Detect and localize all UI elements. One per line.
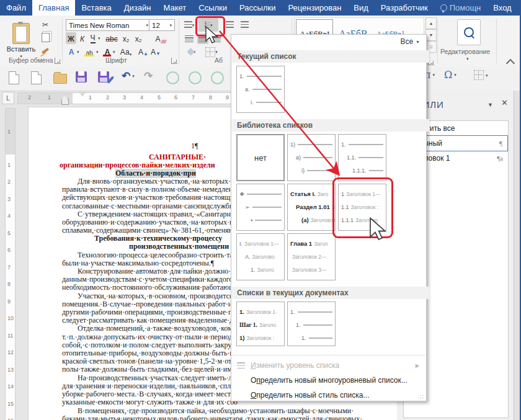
pencil-icon bbox=[107, 76, 114, 84]
new-document-button[interactable] bbox=[9, 71, 19, 84]
change-case-button[interactable]: Аа▾ bbox=[119, 45, 133, 57]
close-icon[interactable]: ✕ bbox=[501, 98, 508, 107]
tab-Ссылки[interactable]: Ссылки bbox=[192, 0, 233, 16]
bold-button[interactable]: Ж bbox=[66, 32, 76, 44]
qat-custom-button-3[interactable] bbox=[211, 71, 224, 84]
font-color-button[interactable]: А bbox=[102, 45, 113, 57]
circle-icon bbox=[211, 71, 224, 84]
tab-Вход[interactable]: Вход bbox=[487, 0, 517, 16]
tab-Макет[interactable]: Макет bbox=[157, 0, 192, 16]
font-name-combo[interactable]: Times New Roman▾ bbox=[66, 19, 151, 31]
text-effects-dropdown-icon[interactable]: ▾ bbox=[77, 50, 79, 54]
list-library-option-4[interactable]: ❖➢▪ bbox=[236, 184, 285, 231]
save-as-button[interactable]: ▾ bbox=[98, 71, 114, 83]
group-separator bbox=[437, 19, 438, 63]
circle-icon bbox=[189, 71, 202, 84]
ruler-number: 10 bbox=[7, 315, 14, 321]
tab-Рассылки[interactable]: Рассылки bbox=[233, 0, 282, 16]
symbol-button[interactable]: Ω▾ bbox=[444, 69, 456, 81]
blank-page-icon bbox=[31, 71, 42, 84]
tab-Файл[interactable]: Файл bbox=[0, 0, 32, 16]
shading-button[interactable]: ▾ bbox=[184, 47, 200, 57]
decrease-indent-button[interactable] bbox=[223, 19, 236, 31]
font-dialog-launcher-icon[interactable] bbox=[171, 58, 177, 64]
document-list-option-1[interactable]: 1.Заголовок 1·Шаг 1.Заголо1)Заголовок : bbox=[236, 302, 285, 346]
ruler-number: 11 bbox=[7, 333, 13, 339]
strikethrough-button[interactable]: abc bbox=[104, 32, 119, 44]
highlight-button[interactable]: ab bbox=[83, 45, 96, 57]
ruler-number: 1 bbox=[48, 94, 51, 101]
align-left-button[interactable] bbox=[184, 34, 195, 44]
clipboard-dialog-launcher-icon[interactable] bbox=[55, 58, 61, 64]
tab-Вставка[interactable]: Вставка bbox=[75, 0, 117, 16]
italic-button[interactable]: К bbox=[78, 32, 87, 44]
font-color-dropdown-icon[interactable]: ▾ bbox=[113, 50, 115, 54]
copy-button[interactable] bbox=[38, 32, 52, 43]
document-line: баками·для·мытья·некоторых·видов·рабочег… bbox=[62, 414, 362, 420]
document-list-option-2[interactable]: 1.1.1. bbox=[287, 302, 336, 346]
new-blank-document-button[interactable] bbox=[31, 71, 42, 84]
borders-button[interactable]: ▾ bbox=[203, 47, 220, 57]
tab-Разработчик[interactable]: Разработчик bbox=[375, 0, 434, 16]
qat-custom-button-2[interactable] bbox=[189, 71, 202, 84]
qat-custom-button-1[interactable] bbox=[166, 71, 179, 84]
text-effects-button[interactable]: А bbox=[66, 45, 77, 57]
tab-Помощн[interactable]: Помощн bbox=[434, 0, 488, 16]
clear-formatting-button[interactable]: А bbox=[154, 32, 167, 44]
ruler-number: 3 bbox=[123, 94, 126, 101]
list-library-option-2[interactable]: 1)a)i) bbox=[287, 134, 336, 181]
open-button[interactable] bbox=[53, 71, 67, 84]
grow-font-button[interactable]: А▲ bbox=[138, 45, 149, 57]
document-line: действующих·цехов·и·участков·требования·… bbox=[62, 193, 234, 202]
list-library-option-5[interactable]: Статья I.ЗагоРаздел 1.01З(а)Заголовок bbox=[287, 184, 336, 231]
new-document-icon bbox=[9, 71, 19, 84]
undo-button[interactable]: ↶▾ bbox=[122, 69, 135, 83]
highlight-dropdown-icon[interactable]: ▾ bbox=[96, 50, 99, 54]
redo-button[interactable]: ↷ bbox=[144, 69, 153, 83]
ruler-number: 3 bbox=[7, 196, 11, 202]
superscript-button[interactable]: х2 bbox=[133, 32, 144, 44]
menu-item-2[interactable]: Определить новый многоуровневый список..… bbox=[232, 373, 425, 388]
underline-dropdown-icon[interactable]: ▾ bbox=[98, 36, 100, 40]
tab-Дизайн[interactable]: Дизайн bbox=[118, 0, 158, 16]
document-line: Отделка·помещений,·а·также·воздуховодов,… bbox=[78, 324, 233, 333]
table-borders-button[interactable]: ▾ bbox=[474, 70, 488, 80]
ruler-number: 6 bbox=[7, 247, 11, 253]
editing-dropdown-icon[interactable]: ▾ bbox=[466, 56, 469, 61]
cut-button[interactable]: ✂ bbox=[38, 19, 52, 30]
horizontal-ruler[interactable]: 21123456789 bbox=[17, 92, 232, 104]
collapse-ribbon-icon[interactable] bbox=[506, 59, 515, 68]
list-library-option-3[interactable]: 1.1.1.1.1.1. bbox=[338, 134, 386, 181]
tab-Главная[interactable]: Главная bbox=[32, 0, 75, 16]
format-painter-button[interactable] bbox=[38, 45, 52, 56]
ruler-number: 8 bbox=[7, 281, 11, 287]
borders-icon bbox=[205, 47, 215, 57]
resize-grip-icon[interactable]: .:: bbox=[417, 393, 424, 400]
gallery-filter-dropdown[interactable]: Все ▼ bbox=[400, 37, 420, 46]
list-library-option-7[interactable]: I.Заголовок 1—А.Заголово1.Заголо bbox=[236, 233, 285, 280]
list-library-option-1[interactable]: нет bbox=[236, 134, 285, 181]
find-button[interactable] bbox=[457, 19, 481, 45]
bullets-button[interactable]: ▾ bbox=[182, 19, 196, 31]
ruler-number: 8 bbox=[209, 94, 212, 101]
underline-button[interactable]: Ч bbox=[88, 32, 97, 44]
tab-Рецензирован[interactable]: Рецензирован bbox=[282, 0, 347, 16]
menu-item-3[interactable]: Определить новый стиль списка... bbox=[232, 388, 425, 403]
current-list-option[interactable]: 1.a.i. bbox=[236, 66, 285, 113]
increase-indent-button[interactable] bbox=[238, 19, 251, 31]
gallery-scroll-up-icon[interactable]: ▲ bbox=[425, 17, 437, 29]
tab-selector[interactable]: L bbox=[2, 92, 14, 104]
ribbon-tab-bar: ФайлГлавнаяВставкаДизайнМакетСсылкиРассы… bbox=[0, 0, 521, 16]
gallery-scroll-down-icon[interactable]: ▼ bbox=[425, 29, 437, 41]
font-size-combo[interactable]: 12▾ bbox=[149, 19, 175, 31]
editing-group-label: Редактирование bbox=[440, 48, 490, 55]
tab-Вид[interactable]: Вид bbox=[347, 0, 375, 16]
save-button[interactable] bbox=[76, 71, 87, 83]
shrink-font-button[interactable]: А▼ bbox=[150, 45, 161, 57]
styles-pane-menu-icon[interactable]: ▼ bbox=[488, 102, 493, 108]
subscript-button[interactable]: х2 bbox=[120, 32, 131, 44]
vertical-ruler[interactable]: 112345678910111213141516 bbox=[5, 108, 16, 420]
left-indent-marker[interactable] bbox=[61, 99, 69, 105]
first-line-indent-marker[interactable] bbox=[79, 92, 86, 96]
list-library-option-8[interactable]: Глава 1ЗаголЗаголовок 2—Заголовок 3— bbox=[287, 233, 336, 280]
